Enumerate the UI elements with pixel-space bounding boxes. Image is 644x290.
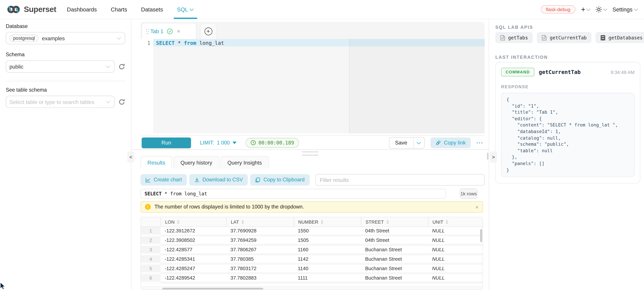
column-header-lat[interactable]: LAT (226, 217, 294, 227)
schema-select[interactable]: public (6, 60, 114, 73)
table-cell: Buchanan Street (361, 246, 428, 255)
nav-item-dashboards[interactable]: Dashboards (67, 6, 97, 13)
sql-code-line: SELECT * from long_lat (156, 40, 224, 46)
refresh-tables-icon[interactable] (118, 98, 125, 105)
copy-clipboard-button[interactable]: Copy to Clipboard (250, 174, 310, 186)
sidebar-divider (6, 81, 125, 81)
get-current-tab-button[interactable]: getCurrentTab (537, 32, 592, 43)
sort-icon[interactable] (386, 220, 389, 224)
tab-query-insights[interactable]: Query Insights (220, 156, 269, 169)
close-warning-icon[interactable]: × (475, 204, 478, 210)
sort-icon[interactable] (242, 220, 244, 224)
nav-item-sql[interactable]: SQL (177, 6, 193, 13)
sort-icon[interactable] (321, 220, 323, 224)
mini-scrollbar[interactable] (487, 153, 488, 160)
sort-icon[interactable] (446, 220, 448, 224)
download-icon (194, 177, 200, 183)
new-item-button[interactable]: + (581, 6, 590, 13)
partial-row (141, 284, 482, 286)
table-cell: Buchanan Street (361, 255, 428, 265)
table-cell: 1140 (294, 265, 361, 274)
clock-icon (251, 140, 256, 145)
line-number: 1 (147, 40, 150, 46)
get-current-tab-label: getCurrentTab (550, 35, 587, 40)
chevron-down-icon (634, 7, 638, 11)
last-interaction-heading: LAST INTERACTION (496, 54, 548, 59)
chevron-down-icon (586, 7, 590, 11)
editor-tab-title: Tab 1 (150, 28, 164, 34)
saved-check-icon (167, 28, 173, 34)
horizontal-scrollbar-track[interactable] (141, 286, 482, 290)
table-cell: 37.780385 (226, 255, 294, 265)
schema-label: Schema (6, 52, 125, 57)
column-header-street[interactable]: STREET (361, 217, 428, 227)
collapse-sidebar-button[interactable]: < (128, 151, 134, 163)
tab-results[interactable]: Results (140, 156, 172, 169)
table-row: 1-122.391267237.7690928155004th StreetNU… (141, 227, 482, 237)
nav-item-datasets[interactable]: Datasets (141, 6, 163, 13)
nav-items: Dashboards Charts Datasets SQL (67, 6, 193, 13)
get-tabs-button[interactable]: getTabs (496, 32, 533, 43)
table-cell: -122.3908502 (160, 237, 226, 246)
query-rest: * from long_lat (162, 191, 207, 197)
close-tab-icon[interactable]: × (177, 28, 180, 34)
nav-right: flask-debug + Settings (541, 5, 638, 14)
vertical-scrollbar-thumb[interactable] (480, 229, 482, 242)
column-header-lon[interactable]: LON (160, 217, 226, 227)
column-label: NUMBER (298, 220, 318, 224)
sort-icon[interactable] (177, 220, 180, 224)
settings-menu[interactable]: Settings (612, 6, 638, 13)
save-options-caret[interactable] (413, 137, 424, 148)
database-select[interactable]: postgresql examples (6, 32, 125, 44)
command-timestamp: 9:34:48 AM (611, 69, 634, 74)
tab-query-history[interactable]: Query history (174, 156, 219, 169)
response-label: RESPONSE (501, 84, 634, 89)
download-csv-button[interactable]: Download to CSV (189, 174, 248, 186)
database-type-tag: postgresql (10, 34, 38, 42)
schema-sidebar: Database postgresql examples Schema publ… (0, 19, 132, 290)
superset-brand[interactable]: Superset (6, 4, 56, 14)
table-header-row: LONLATNUMBERSTREETUNIT (141, 217, 482, 227)
interaction-card: COMMAND getCurrentTab 9:34:48 AM RESPONS… (496, 62, 640, 184)
nav-item-charts[interactable]: Charts (111, 6, 127, 13)
column-header-unit[interactable]: UNIT (428, 217, 482, 227)
row-number: 4 (141, 255, 160, 265)
save-split-button: Save (389, 137, 424, 148)
limit-dropdown[interactable]: LIMIT: 1 000 (200, 140, 237, 146)
filter-results-input[interactable] (315, 174, 484, 186)
get-databases-label: getDatabases (608, 35, 643, 40)
row-number: 6 (141, 274, 160, 284)
table-select[interactable]: Select table or type to search tables (6, 96, 114, 108)
more-menu-button[interactable]: ··· (476, 139, 484, 146)
save-button[interactable]: Save (389, 137, 413, 148)
drag-handle-icon[interactable] (146, 29, 147, 30)
panel-resize-handle[interactable] (302, 151, 318, 155)
top-navbar: Superset Dashboards Charts Datasets SQL … (0, 0, 644, 19)
plus-glyph: + (206, 28, 210, 34)
plus-icon: + (581, 6, 585, 13)
horizontal-scrollbar-thumb[interactable] (162, 288, 263, 290)
print-margin-shade (350, 39, 484, 134)
theme-toggle-button[interactable] (596, 6, 607, 13)
table-cell: -122.4285341 (160, 255, 226, 265)
run-button[interactable]: Run (142, 137, 191, 148)
row-number-header (141, 217, 160, 227)
create-chart-button[interactable]: Create chart (140, 174, 187, 186)
collapse-right-panel-button[interactable]: > (490, 151, 497, 163)
get-tabs-label: getTabs (508, 35, 528, 40)
nav-item-sql-label: SQL (177, 6, 188, 13)
table-cell: 1111 (294, 274, 361, 284)
get-databases-button[interactable]: getDatabases (596, 32, 644, 43)
link-icon (435, 140, 441, 146)
editor-tab-1[interactable]: Tab 1 × (142, 23, 196, 39)
plus-circle-icon: + (204, 27, 212, 35)
column-header-number[interactable]: NUMBER (294, 217, 361, 227)
query-preview: SELECT * from long_lat (140, 189, 446, 199)
sql-code-editor[interactable]: 1 SELECT * from long_lat (140, 39, 485, 134)
database-value: examples (42, 35, 65, 41)
copy-link-button[interactable]: Copy link (430, 137, 470, 148)
table-row: 6-122.428954237.78028831111Buchanan Stre… (141, 274, 482, 284)
refresh-schemas-icon[interactable] (118, 63, 125, 70)
table-schema-label: See table schema (6, 87, 125, 93)
add-tab-button[interactable]: + (200, 23, 216, 39)
